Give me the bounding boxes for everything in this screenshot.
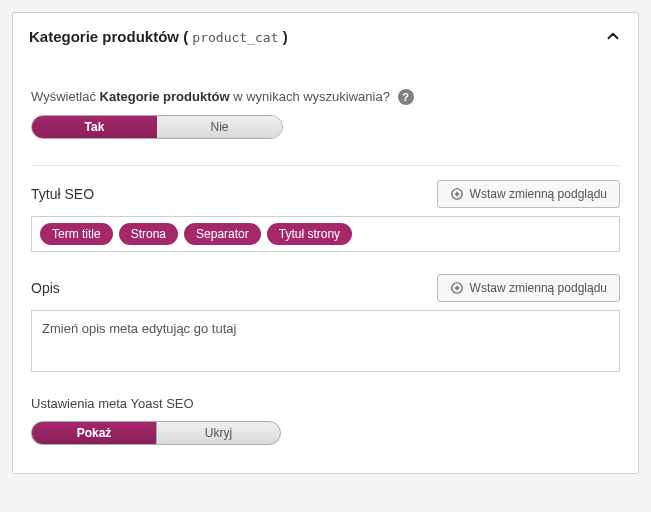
insert-variable-label: Wstaw zmienną podglądu [470,281,607,295]
variable-pill[interactable]: Separator [184,223,261,245]
show-in-search-toggle: Tak Nie [31,115,283,139]
seo-title-label: Tytuł SEO [31,186,94,202]
toggle-show-button[interactable]: Pokaż [31,421,156,445]
panel-title-code: product_cat [192,30,278,45]
seo-title-head: Tytuł SEO Wstaw zmienną podglądu [31,180,620,208]
question-prefix: Wyświetlać [31,89,100,104]
description-placeholder: Zmień opis meta edytując go tutaj [42,321,236,336]
question-bold: Kategorie produktów [100,89,230,104]
insert-variable-button-title[interactable]: Wstaw zmienną podglądu [437,180,620,208]
insert-variable-label: Wstaw zmienną podglądu [470,187,607,201]
insert-variable-button-desc[interactable]: Wstaw zmienną podglądu [437,274,620,302]
description-label: Opis [31,280,60,296]
panel-title-text: Kategorie produktów [29,28,179,45]
divider [31,165,620,166]
panel-title: Kategorie produktów ( product_cat ) [29,28,288,45]
plus-circle-icon [450,187,464,201]
paren-open: ( [183,28,188,45]
help-icon[interactable]: ? [398,89,414,105]
variable-pill[interactable]: Strona [119,223,178,245]
variable-pill[interactable]: Term title [40,223,113,245]
settings-panel: Kategorie produktów ( product_cat ) Wyśw… [12,12,639,474]
plus-circle-icon [450,281,464,295]
description-input[interactable]: Zmień opis meta edytując go tutaj [31,310,620,372]
toggle-hide-button[interactable]: Ukryj [156,421,281,445]
show-in-search-question: Wyświetlać Kategorie produktów w wynikac… [31,89,620,105]
toggle-yes-button[interactable]: Tak [32,116,157,138]
panel-body: Wyświetlać Kategorie produktów w wynikac… [13,55,638,473]
seo-title-input[interactable]: Term titleStronaSeparatorTytuł strony [31,216,620,252]
variable-pill[interactable]: Tytuł strony [267,223,352,245]
paren-close: ) [283,28,288,45]
description-head: Opis Wstaw zmienną podglądu [31,274,620,302]
panel-header[interactable]: Kategorie produktów ( product_cat ) [13,13,638,55]
meta-settings-toggle: Pokaż Ukryj [31,421,281,445]
toggle-no-button[interactable]: Nie [157,116,282,138]
question-suffix: w wynikach wyszukiwania? [230,89,390,104]
chevron-up-icon[interactable] [604,27,622,45]
meta-settings-label: Ustawienia meta Yoast SEO [31,396,620,411]
